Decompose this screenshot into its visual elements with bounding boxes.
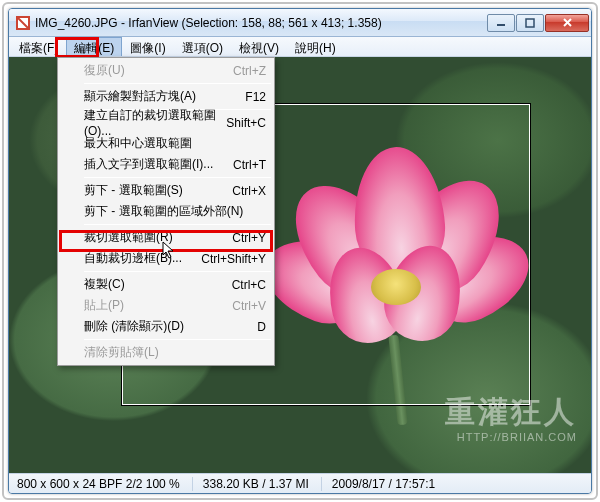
dd-copy[interactable]: 複製(C)Ctrl+C [60, 274, 272, 295]
maximize-button[interactable] [516, 14, 544, 32]
menu-help[interactable]: 說明(H) [287, 37, 344, 56]
separator [84, 271, 271, 272]
dd-cut-selection[interactable]: 剪下 - 選取範圍(S)Ctrl+X [60, 180, 272, 201]
minimize-button[interactable] [487, 14, 515, 32]
menu-options[interactable]: 選項(O) [174, 37, 231, 56]
titlebar[interactable]: IMG_4260.JPG - IrfanView (Selection: 158… [9, 9, 591, 37]
dd-paint-dialog[interactable]: 顯示繪製對話方塊(A)F12 [60, 86, 272, 107]
screenshot-frame: IMG_4260.JPG - IrfanView (Selection: 158… [2, 2, 598, 500]
edit-dropdown[interactable]: 復原(U)Ctrl+Z 顯示繪製對話方塊(A)F12 建立自訂的裁切選取範圍(O… [57, 57, 275, 366]
separator [84, 224, 271, 225]
menu-edit[interactable]: 編輯(E) [66, 37, 122, 56]
dd-paste[interactable]: 貼上(P)Ctrl+V [60, 295, 272, 316]
dd-crop-selection[interactable]: 裁切選取範圍(R)Ctrl+Y [60, 227, 272, 248]
status-date: 2009/8/17 / 17:57:1 [321, 477, 435, 491]
statusbar: 800 x 600 x 24 BPF 2/2 100 % 338.20 KB /… [9, 473, 591, 493]
menu-file[interactable]: 檔案(F) [11, 37, 66, 56]
separator [84, 339, 271, 340]
dd-cut-outside[interactable]: 剪下 - 選取範圍的區域外部(N) [60, 201, 272, 222]
menu-image[interactable]: 圖像(I) [122, 37, 173, 56]
menubar[interactable]: 檔案(F) 編輯(E) 圖像(I) 選項(O) 檢視(V) 說明(H) [9, 37, 591, 57]
close-button[interactable] [545, 14, 589, 32]
dd-clear-clipboard[interactable]: 清除剪貼簿(L) [60, 342, 272, 363]
status-dimensions: 800 x 600 x 24 BPF 2/2 100 % [17, 477, 180, 491]
window-title: IMG_4260.JPG - IrfanView (Selection: 158… [35, 16, 487, 30]
dd-max-center-sel[interactable]: 最大和中心選取範圍 [60, 133, 272, 154]
dd-custom-crop[interactable]: 建立自訂的裁切選取範圍(O)...Shift+C [60, 112, 272, 133]
dd-auto-crop[interactable]: 自動裁切邊框(B)...Ctrl+Shift+Y [60, 248, 272, 269]
window-buttons [487, 14, 589, 32]
app-icon [15, 15, 31, 31]
svg-rect-3 [526, 19, 534, 27]
app-window: IMG_4260.JPG - IrfanView (Selection: 158… [8, 8, 592, 494]
dd-delete[interactable]: 刪除 (清除顯示)(D)D [60, 316, 272, 337]
separator [84, 83, 271, 84]
dd-insert-text[interactable]: 插入文字到選取範圍(I)...Ctrl+T [60, 154, 272, 175]
menu-view[interactable]: 檢視(V) [231, 37, 287, 56]
separator [84, 177, 271, 178]
status-filesize: 338.20 KB / 1.37 MI [192, 477, 309, 491]
dd-undo[interactable]: 復原(U)Ctrl+Z [60, 60, 272, 81]
